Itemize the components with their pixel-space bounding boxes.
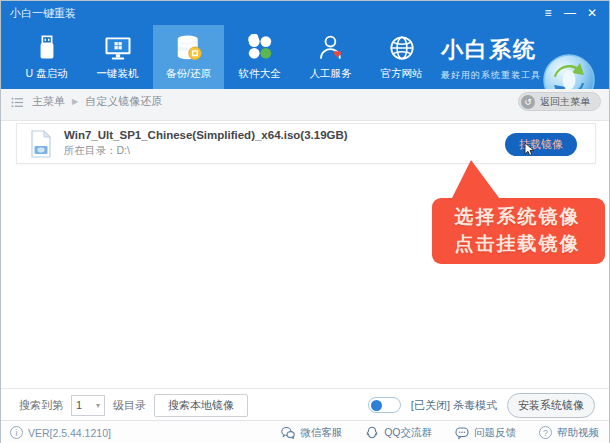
nav-item-label: 一键装机 (97, 67, 139, 81)
bottom-control-bar: 搜索到第 1 ▾ 级目录 搜索本地镜像 [已关闭] 杀毒模式 安装系统镜像 (1, 388, 609, 420)
nav-item-backup-restore[interactable]: 备份/还原 (153, 25, 224, 89)
mount-image-button[interactable]: 挂载镜像 (505, 133, 577, 156)
image-file-row[interactable]: Win7_Ult_SP1_Chinese(Simplified)_x64.iso… (16, 123, 596, 164)
chevron-down-icon: ▾ (96, 401, 100, 410)
breadcrumb-root[interactable]: 主菜单 (32, 94, 65, 109)
version-block: i VER[2.5.44.1210] (10, 421, 111, 443)
help-circle-icon: ? (539, 426, 552, 439)
status-link-label: QQ交流群 (384, 426, 432, 440)
title-bar: 小白一键重装 ≡ — ✕ (1, 1, 609, 25)
nav-item-usb-boot[interactable]: U 盘启动 (11, 25, 82, 89)
search-depth-prefix: 搜索到第 (19, 398, 63, 413)
install-group: [已关闭] 杀毒模式 安装系统镜像 (368, 389, 595, 421)
brand-title: 小白系统 (441, 35, 541, 65)
status-link-label: 帮助视频 (557, 426, 599, 440)
feedback-link[interactable]: 问题反馈 (455, 426, 516, 440)
search-local-images-button[interactable]: 搜索本地镜像 (154, 394, 248, 417)
close-icon[interactable]: ✕ (581, 1, 603, 25)
antivirus-status-label: [已关闭] 杀毒模式 (411, 398, 497, 413)
help-videos-link[interactable]: ? 帮助视频 (539, 426, 599, 440)
search-depth-group: 搜索到第 1 ▾ 级目录 搜索本地镜像 (19, 389, 248, 421)
feedback-bubble-icon (455, 426, 469, 440)
person-heart-icon (316, 33, 346, 63)
callout-text-line1: 选择系统镜像 (433, 204, 602, 230)
app-window: 小白一键重装 ≡ — ✕ U 盘启动 一键装机 (0, 0, 610, 443)
app-title: 小白一键重装 (10, 6, 76, 21)
back-to-main-menu-button[interactable]: ↺ 返回主菜单 (518, 92, 601, 111)
search-depth-suffix: 级目录 (113, 398, 146, 413)
status-bar: i VER[2.5.44.1210] 微信客服 QQ交流群 问题反馈 (1, 420, 609, 443)
brand-block: 小白系统 最好用的系统重装工具 (441, 35, 541, 82)
info-icon: i (10, 426, 23, 439)
nav-item-label: 软件大全 (239, 67, 281, 81)
usb-drive-icon (32, 33, 62, 63)
minimize-icon[interactable]: — (559, 1, 581, 25)
nav-item-one-key-install[interactable]: 一键装机 (82, 25, 153, 89)
install-system-image-button[interactable]: 安装系统镜像 (507, 393, 595, 418)
nav-item-software[interactable]: 软件大全 (224, 25, 295, 89)
content-area: Win7_Ult_SP1_Chinese(Simplified)_x64.iso… (1, 121, 609, 388)
nav-item-label: U 盘启动 (26, 67, 68, 81)
brand-subtitle: 最好用的系统重装工具 (441, 69, 541, 82)
wechat-support-link[interactable]: 微信客服 (281, 426, 342, 440)
iso-file-icon (30, 130, 52, 158)
list-menu-icon (11, 95, 25, 109)
qq-group-link[interactable]: QQ交流群 (365, 426, 432, 440)
qq-icon (365, 426, 379, 440)
clover-icon (245, 33, 275, 63)
wechat-icon (281, 426, 295, 440)
depth-select[interactable]: 1 ▾ (71, 395, 105, 416)
file-info: Win7_Ult_SP1_Chinese(Simplified)_x64.iso… (64, 129, 348, 158)
main-navbar: U 盘启动 一键装机 备份/还原 软件大全 (1, 25, 609, 89)
status-link-label: 问题反馈 (474, 426, 516, 440)
back-button-label: 返回主菜单 (540, 95, 590, 109)
toggle-knob (371, 400, 382, 411)
breadcrumb-current: 自定义镜像还原 (85, 94, 162, 109)
version-label: VER[2.5.44.1210] (28, 427, 111, 439)
callout-text-line2: 点击挂载镜像 (433, 231, 602, 257)
file-name: Win7_Ult_SP1_Chinese(Simplified)_x64.iso… (64, 129, 348, 141)
breadcrumb: 主菜单 ▶ 自定义镜像还原 (11, 94, 162, 109)
back-arrow-icon: ↺ (521, 95, 535, 109)
depth-value: 1 (76, 399, 82, 411)
menu-icon[interactable]: ≡ (537, 1, 559, 25)
nav-item-label: 人工服务 (310, 67, 352, 81)
nav-item-website[interactable]: 官方网站 (366, 25, 437, 89)
antivirus-toggle[interactable] (368, 397, 401, 413)
window-controls: ≡ — ✕ (537, 1, 603, 25)
breadcrumb-separator-icon: ▶ (72, 97, 78, 106)
file-directory: 所在目录：D:\ (64, 144, 348, 158)
nav-items: U 盘启动 一键装机 备份/还原 软件大全 (11, 25, 437, 89)
breadcrumb-bar: 主菜单 ▶ 自定义镜像还原 ↺ 返回主菜单 (1, 89, 609, 121)
database-coin-icon (174, 33, 204, 63)
globe-icon (387, 33, 417, 63)
nav-item-label: 备份/还原 (166, 67, 211, 81)
monitor-windows-icon (103, 33, 133, 63)
status-link-label: 微信客服 (300, 426, 342, 440)
status-links: 微信客服 QQ交流群 问题反馈 ? 帮助视频 (281, 421, 599, 443)
nav-item-label: 官方网站 (381, 67, 423, 81)
nav-item-support[interactable]: 人工服务 (295, 25, 366, 89)
